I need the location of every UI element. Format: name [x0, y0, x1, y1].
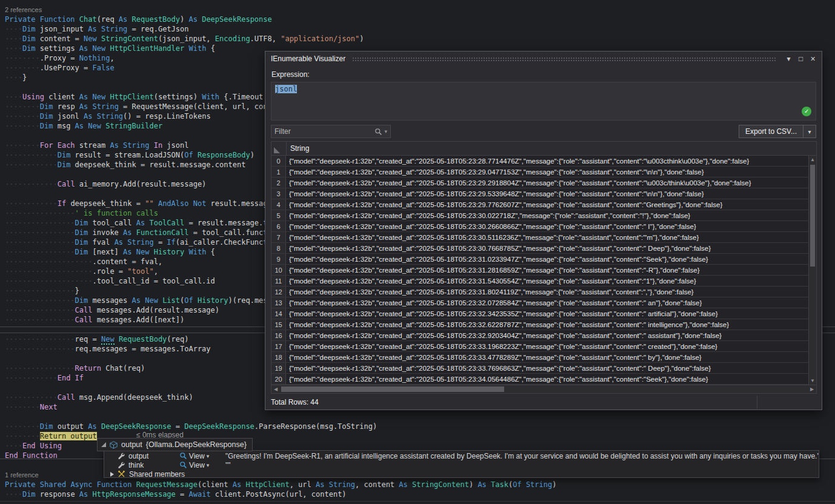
table-row[interactable]: 8{"model":"deepseek-r1:32b","created_at"… — [271, 243, 808, 254]
table-row[interactable]: 4{"model":"deepseek-r1:32b","created_at"… — [271, 199, 808, 210]
codelens-reference-count[interactable]: 2 references — [5, 5, 835, 15]
row-index[interactable]: 1 — [271, 167, 286, 177]
code-line: ····Dim response As HttpResponseMessage … — [5, 489, 835, 499]
row-index[interactable]: 13 — [271, 297, 286, 308]
row-index[interactable]: 12 — [271, 287, 286, 297]
expander-closed-icon[interactable] — [110, 472, 114, 477]
row-index[interactable]: 18 — [271, 352, 286, 362]
vertical-scrollbar[interactable]: ▲ ▼ — [808, 156, 816, 385]
row-json-string: {"model":"deepseek-r1:32b","created_at":… — [286, 287, 808, 297]
row-index[interactable]: 17 — [271, 341, 286, 351]
table-row[interactable]: 0{"model":"deepseek-r1:32b","created_at"… — [271, 156, 808, 167]
row-json-string: {"model":"deepseek-r1:32b","created_at":… — [286, 221, 808, 231]
member-name: output — [128, 452, 176, 460]
filter-placeholder: Filter — [274, 127, 374, 136]
dialog-title-bar[interactable]: IEnumerable Visualizer ▾ □ × — [265, 51, 822, 66]
row-index[interactable]: 8 — [271, 243, 286, 253]
table-row[interactable]: 9{"model":"deepseek-r1:32b","created_at"… — [271, 254, 808, 265]
member-value: "" — [225, 461, 231, 469]
grid-corner-cell[interactable] — [271, 142, 287, 155]
table-row[interactable]: 12{"model":"deepseek-r1:32b","created_at… — [271, 287, 808, 297]
wrench-icon — [118, 462, 125, 469]
scroll-up-icon[interactable]: ▲ — [809, 156, 816, 164]
table-row[interactable]: 6{"model":"deepseek-r1:32b","created_at"… — [271, 221, 808, 232]
filter-caret-icon: ▾ — [384, 128, 387, 134]
horizontal-scrollbar-thumb[interactable] — [281, 386, 504, 392]
view-dropdown-button[interactable]: View▾ — [179, 461, 222, 469]
horizontal-scrollbar-track[interactable] — [280, 385, 808, 393]
code-line: Private Function Chat(req As RequestBody… — [5, 15, 835, 24]
row-index[interactable]: 15 — [271, 319, 286, 330]
table-row[interactable]: 2{"model":"deepseek-r1:32b","created_at"… — [271, 177, 808, 188]
row-json-string: {"model":"deepseek-r1:32b","created_at":… — [286, 177, 808, 188]
row-json-string: {"model":"deepseek-r1:32b","created_at":… — [286, 341, 808, 351]
row-index[interactable]: 3 — [271, 188, 286, 199]
row-index[interactable]: 16 — [271, 330, 286, 340]
row-index[interactable]: 6 — [271, 221, 286, 231]
scroll-right-icon[interactable]: ▶ — [808, 385, 816, 393]
row-index[interactable]: 0 — [271, 156, 286, 166]
expression-label: Expression: — [271, 70, 310, 79]
maximize-button[interactable]: □ — [796, 54, 806, 64]
row-index[interactable]: 20 — [271, 374, 286, 384]
row-index[interactable]: 7 — [271, 232, 286, 242]
table-row[interactable]: 7{"model":"deepseek-r1:32b","created_at"… — [271, 232, 808, 243]
row-json-string: {"model":"deepseek-r1:32b","created_at":… — [286, 254, 808, 264]
row-index[interactable]: 19 — [271, 363, 286, 373]
table-row[interactable]: 20{"model":"deepseek-r1:32b","created_at… — [271, 374, 808, 385]
view-caret-icon: ▾ — [207, 453, 210, 459]
export-dropdown-caret[interactable]: ▾ — [803, 125, 816, 138]
row-index[interactable]: 9 — [271, 254, 286, 264]
row-json-string: {"model":"deepseek-r1:32b","created_at":… — [286, 297, 808, 308]
view-label: View — [189, 461, 205, 469]
row-index[interactable]: 5 — [271, 210, 286, 220]
row-json-string: {"model":"deepseek-r1:32b","created_at":… — [286, 210, 808, 220]
shared-members-row[interactable]: Shared members — [104, 469, 819, 479]
datatip-header[interactable]: output {Ollama.DeepSeekResponse} — [97, 438, 253, 451]
datatip-variable-type: {Ollama.DeepSeekResponse} — [146, 440, 247, 449]
column-header-string[interactable]: String — [287, 142, 816, 155]
horizontal-scrollbar[interactable]: ◀ ▶ — [271, 385, 816, 393]
member-name: think — [128, 461, 176, 469]
table-row[interactable]: 13{"model":"deepseek-r1:32b","created_at… — [271, 297, 808, 308]
row-index[interactable]: 4 — [271, 199, 286, 210]
member-row[interactable]: thinkView▾"" — [104, 460, 819, 469]
view-dropdown-button[interactable]: View▾ — [179, 452, 222, 460]
row-json-string: {"model":"deepseek-r1:32b","created_at":… — [286, 319, 808, 330]
table-row[interactable]: 1{"model":"deepseek-r1:32b","created_at"… — [271, 167, 808, 177]
valid-check-icon: ✓ — [802, 107, 811, 116]
row-index[interactable]: 10 — [271, 265, 286, 275]
expression-value: jsonl — [275, 85, 297, 93]
table-row[interactable]: 5{"model":"deepseek-r1:32b","created_at"… — [271, 210, 808, 221]
table-row[interactable]: 3{"model":"deepseek-r1:32b","created_at"… — [271, 188, 808, 199]
window-dropdown-button[interactable]: ▾ — [783, 54, 794, 64]
scroll-left-icon[interactable]: ◀ — [271, 385, 280, 393]
member-row[interactable]: outputView▾"Greetings! I'm DeepSeek-R1, … — [104, 451, 819, 460]
table-row[interactable]: 15{"model":"deepseek-r1:32b","created_at… — [271, 319, 808, 330]
scroll-down-icon[interactable]: ▼ — [809, 377, 816, 385]
export-to-csv-button[interactable]: Export to CSV... ▾ — [739, 125, 816, 138]
row-index[interactable]: 14 — [271, 308, 286, 319]
status-bar: Total Rows: 44 — [271, 396, 816, 409]
close-button[interactable]: × — [808, 54, 818, 64]
table-row[interactable]: 19{"model":"deepseek-r1:32b","created_at… — [271, 363, 808, 374]
datatip-variable-name: output — [121, 440, 142, 449]
row-json-string: {"model":"deepseek-r1:32b","created_at":… — [286, 330, 808, 340]
results-grid: String 0{"model":"deepseek-r1:32b","crea… — [271, 141, 817, 394]
table-row[interactable]: 11{"model":"deepseek-r1:32b","created_at… — [271, 276, 808, 287]
filter-input[interactable]: Filter ▾ — [271, 125, 391, 138]
expander-open-icon[interactable] — [101, 442, 106, 447]
procedure-separator — [0, 501, 835, 502]
row-json-string: {"model":"deepseek-r1:32b","created_at":… — [286, 265, 808, 275]
search-icon — [374, 128, 382, 136]
table-row[interactable]: 10{"model":"deepseek-r1:32b","created_at… — [271, 265, 808, 276]
row-json-string: {"model":"deepseek-r1:32b","created_at":… — [286, 352, 808, 362]
table-row[interactable]: 14{"model":"deepseek-r1:32b","created_at… — [271, 308, 808, 319]
expression-input[interactable]: jsonl ✓ — [271, 82, 816, 121]
table-row[interactable]: 17{"model":"deepseek-r1:32b","created_at… — [271, 341, 808, 352]
table-row[interactable]: 18{"model":"deepseek-r1:32b","created_at… — [271, 352, 808, 363]
table-row[interactable]: 16{"model":"deepseek-r1:32b","created_at… — [271, 330, 808, 341]
row-index[interactable]: 11 — [271, 276, 286, 286]
vertical-scrollbar-thumb[interactable] — [810, 165, 815, 267]
row-index[interactable]: 2 — [271, 177, 286, 188]
